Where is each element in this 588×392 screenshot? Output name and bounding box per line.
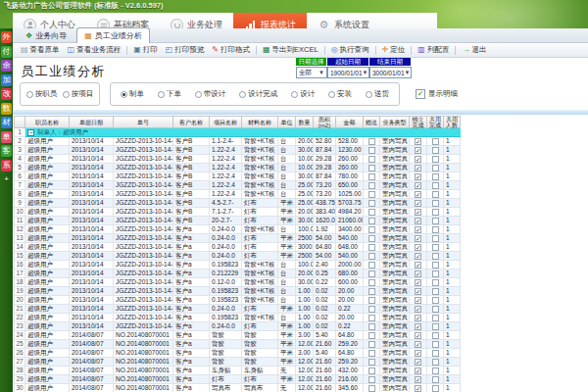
checkbox-checked-icon[interactable]: ✓ [415,191,421,198]
col-header-emp-name[interactable]: 职员名称 [25,117,70,128]
checkbox-checked-icon[interactable]: ✓ [415,253,421,260]
checkbox-unchecked-icon[interactable] [368,279,375,286]
toolbar-print-preview-button[interactable]: ◰打印预览 [162,45,209,55]
tab-wizard[interactable]: ❖业务向导 [19,29,74,42]
checkbox-checked-icon[interactable]: ✓ [415,209,421,216]
collapse-icon[interactable]: − [27,129,34,136]
col-header-doc-date[interactable]: 单据日期 [70,117,114,128]
checkbox-checked-icon[interactable]: ✓ [415,200,421,207]
checkbox-unchecked-icon[interactable] [368,182,375,189]
table-row[interactable]: 6超级用户2013/10/14JGZZD-2013-10-14-002客户B1.… [14,172,461,181]
table-row[interactable]: 13超级用户2013/10/14JGZZD-2013-10-14-004客户a0… [14,234,461,243]
checkbox-unchecked-icon[interactable] [432,182,439,189]
toolbar-export-excel-button[interactable]: ▦导出到EXCEL [259,45,322,55]
checkbox-checked-icon[interactable]: ✓ [415,288,421,295]
table-row[interactable]: 23超级用户2013/10/14JGZZD-2013-10-14-009客户a0… [14,322,461,331]
col-header-unit[interactable]: 单位 [278,117,296,128]
checkbox-unchecked-icon[interactable] [432,315,439,321]
checkbox-unchecked-icon[interactable] [432,376,439,383]
checkbox-unchecked-icon[interactable] [432,253,439,260]
table-row[interactable]: 7超级用户2013/10/14JGZZD-2013-10-14-002客户B1.… [14,181,461,190]
filter-date_select-select[interactable]: 全部▼ [296,67,327,78]
checkbox-unchecked-icon[interactable] [432,359,439,366]
checkbox-unchecked-icon[interactable] [368,191,375,198]
checkbox-checked-icon[interactable]: ✓ [415,262,421,269]
checkbox-unchecked-icon[interactable] [432,323,439,330]
col-header-amount[interactable]: 金额 [336,117,364,128]
toolbar-view-doc-button[interactable]: ▤查看原单 [17,45,64,55]
table-row[interactable]: 4超级用户2013/10/14JGZZD-2013-10-14-002客户B1.… [14,155,461,164]
side-badge-系[interactable]: 系 [1,160,12,172]
col-header-material[interactable]: 材料名称 [242,117,278,128]
checkbox-unchecked-icon[interactable] [368,359,375,366]
col-header-qty[interactable]: 数量 [296,117,314,128]
checkbox-unchecked-icon[interactable] [432,200,439,207]
checkbox-unchecked-icon[interactable] [368,173,375,180]
checkbox-checked-icon[interactable]: ✓ [415,279,421,286]
checkbox-unchecked-icon[interactable] [432,191,439,198]
checkbox-checked-icon[interactable]: ✓ [415,270,421,277]
table-row[interactable]: 8超级用户2013/10/14JGZZD-2013-10-14-002客户B1.… [14,190,461,199]
checkbox-checked-icon[interactable]: ✓ [415,359,421,366]
checkbox-unchecked-icon[interactable] [432,288,439,295]
table-row[interactable]: 5超级用户2013/10/14JGZZD-2013-10-14-002客户B1.… [14,164,461,172]
radio-设计[interactable]: 设计 [291,89,315,99]
checkbox-unchecked-icon[interactable] [368,385,375,392]
checkbox-unchecked-icon[interactable] [368,306,375,313]
checkbox-unchecked-icon[interactable] [368,270,375,277]
table-row[interactable]: 30超级用户2014/08/07NO.201408070001客户a写真布写真布… [14,384,461,392]
checkbox-checked-icon[interactable]: ✓ [415,218,421,224]
side-badge-材[interactable]: 材 [1,117,12,128]
col-header-solo-done[interactable]: 独立 完成 [410,117,427,128]
table-row[interactable]: 11超级用户2013/10/14JGZZD-2013-10-14-002客户B2… [14,217,461,225]
table-row[interactable]: 12超级用户2013/10/14JGZZD-2013-10-14-004客户a0… [14,225,461,234]
side-badge-加[interactable]: 加 [1,74,12,86]
checkbox-unchecked-icon[interactable] [368,218,375,224]
checkbox-checked-icon[interactable]: ✓ [415,385,421,392]
col-header-share-done[interactable]: 共用 完成 [427,117,444,128]
toolbar-exit-button[interactable]: →退出 [458,45,490,55]
tab-analysis[interactable]: ▦员工业绩分析 [76,27,150,43]
col-header-doc-no[interactable]: 单号 [114,117,173,128]
checkbox-unchecked-icon[interactable] [368,288,375,295]
checkbox-checked-icon[interactable]: ✓ [415,156,421,163]
checkbox-unchecked-icon[interactable] [432,270,439,277]
table-row[interactable]: 18超级用户2013/10/14JGZZD-2013-10-14-004客户a0… [14,278,461,287]
checkbox-unchecked-icon[interactable] [432,173,439,180]
table-row[interactable]: 24超级用户2014/08/07NO.201408070001客户a背胶背胶平米… [14,331,461,340]
checkbox-unchecked-icon[interactable] [368,226,375,233]
checkbox-unchecked-icon[interactable] [432,226,439,233]
col-header-row-num[interactable] [15,117,25,128]
table-row[interactable]: 15超级用户2013/10/14JGZZD-2013-10-14-004客户a0… [14,252,461,261]
radio-安装[interactable]: 安装 [328,89,352,99]
checkbox-unchecked-icon[interactable] [432,385,439,392]
table-row[interactable]: 16超级用户2013/10/14JGZZD-2013-10-14-004客户a0… [14,261,461,270]
checkbox-checked-icon[interactable]: ✓ [415,138,421,145]
checkbox-checked-icon[interactable]: ✓ [415,368,421,374]
checkbox-unchecked-icon[interactable] [368,376,375,383]
col-header-area[interactable]: 面积(m2) [314,117,336,128]
side-badge-改[interactable]: 改 [1,88,12,100]
checkbox-unchecked-icon[interactable] [368,200,375,207]
checkbox-checked-icon[interactable]: ✓ [415,226,421,233]
side-badge-+[interactable]: + [1,173,12,185]
side-badge-付[interactable]: 付 [1,46,12,58]
checkbox-unchecked-icon[interactable] [368,147,375,154]
checkbox-unchecked-icon[interactable] [368,209,375,216]
table-row[interactable]: 17超级用户2013/10/14JGZZD-2013-10-14-004客户a0… [14,270,461,278]
col-header-share-count[interactable]: 共用 人数 [444,117,461,128]
checkbox-unchecked-icon[interactable] [368,138,375,145]
side-badge-余[interactable]: 余 [1,60,12,72]
checkbox-checked-icon[interactable]: ✓ [415,332,421,339]
checkbox-unchecked-icon[interactable] [368,315,375,321]
radio-下单[interactable]: 下单 [158,89,181,99]
table-row[interactable]: 26超级用户2014/08/07NO.201408070001客户a背胶背胶平米… [14,349,461,358]
checkbox-checked-icon[interactable]: ✓ [415,341,421,348]
checkbox-unchecked-icon[interactable] [432,341,439,348]
checkbox-checked-icon[interactable]: ✓ [415,297,421,304]
table-group-row[interactable]: 1−制单人：超级用户 [14,128,461,137]
filter-end_date-select[interactable]: 3000/01/01▼ [369,67,412,78]
side-badge-单[interactable]: 单 [1,131,12,143]
checkbox-unchecked-icon[interactable] [368,235,375,242]
table-row[interactable]: 9超级用户2013/10/14JGZZD-2013-10-14-002客户B4.… [14,199,461,208]
